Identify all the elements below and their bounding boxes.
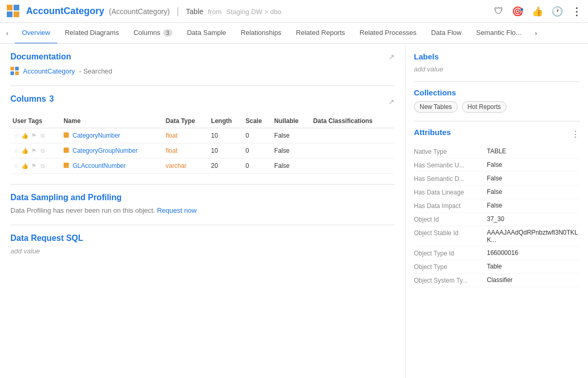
row-icon-thumb[interactable]: 👍 xyxy=(21,147,29,154)
attr-label: Object Type Id xyxy=(414,249,487,257)
row-icon-star[interactable]: ☆ xyxy=(13,162,20,169)
row-usertags: ☆ 👍 ⚑ ⧉ xyxy=(10,158,62,174)
table-row: ☆ 👍 ⚑ ⧉ CategoryNumber float 10 0 False xyxy=(10,128,395,143)
row-icon-thumb[interactable]: 👍 xyxy=(21,132,29,139)
clock-icon[interactable]: 🕐 xyxy=(552,6,563,17)
medal-icon[interactable]: 🎯 xyxy=(512,6,523,17)
tab-semantic-flow[interactable]: Semantic Flo... xyxy=(469,23,529,44)
labels-title: Labels xyxy=(414,52,580,61)
left-panel: Documentation ↗ AccountCategory - Search… xyxy=(0,44,406,378)
collections-section: Collections New TablesHot Reports xyxy=(414,88,580,113)
attr-value: False xyxy=(487,202,580,209)
divider-3 xyxy=(10,225,395,225)
row-length: 20 xyxy=(209,158,243,174)
documentation-title: Documentation xyxy=(10,52,71,62)
row-icon-thumb[interactable]: 👍 xyxy=(21,162,29,169)
row-icon-warn[interactable]: ⚑ xyxy=(30,132,38,139)
labels-add-value[interactable]: add value xyxy=(414,65,443,73)
profiling-text: Data Profiling has never been run on thi… xyxy=(10,206,395,214)
divider-2 xyxy=(10,184,395,185)
tab-related-processes[interactable]: Related Processes xyxy=(352,23,424,44)
tab-related-diagrams[interactable]: Related Diagrams xyxy=(57,23,126,44)
columns-section: Columns 3 ↗ User Tags Name Data Type Len… xyxy=(10,94,395,174)
row-usertags: ☆ 👍 ⚑ ⧉ xyxy=(10,143,62,158)
app-icon xyxy=(6,4,21,19)
attribute-row: Object Type Id 166000016 xyxy=(414,247,580,260)
attr-value: False xyxy=(487,175,580,182)
table-icon xyxy=(10,67,19,75)
row-icon-copy[interactable]: ⧉ xyxy=(39,132,46,139)
tab-related-reports[interactable]: Related Reports xyxy=(289,23,352,44)
header-path: Staging DW > dbo xyxy=(226,8,281,16)
col-type-marker xyxy=(64,132,69,138)
request-now-link[interactable]: Request now xyxy=(157,206,197,214)
row-nullable: False xyxy=(272,128,311,143)
row-name: CategoryNumber xyxy=(62,128,164,143)
attribute-row: Object System Ty... Classifier xyxy=(414,274,580,287)
right-divider-1 xyxy=(414,81,580,82)
labels-section: Labels add value xyxy=(414,52,580,73)
documentation-expand-icon[interactable]: ↗ xyxy=(388,53,395,61)
attr-value: Classifier xyxy=(487,276,580,284)
col-header-scale: Scale xyxy=(243,114,272,128)
row-icon-star[interactable]: ☆ xyxy=(13,147,20,154)
col-type-marker xyxy=(64,163,69,168)
tab-overview[interactable]: Overview xyxy=(15,23,57,44)
attributes-more-icon[interactable]: ⋮ xyxy=(571,129,580,139)
header-icons: 🛡 🎯 👍 🕐 ⋮ xyxy=(494,5,582,18)
attribute-row: Object Id 37_30 xyxy=(414,213,580,226)
attr-value: AAAAJAAdQdRPnbztwfl3N0TKLK... xyxy=(487,229,580,243)
sql-title: Data Request SQL xyxy=(10,234,395,243)
tab-relationships[interactable]: Relationships xyxy=(234,23,289,44)
attribute-row: Object Type Table xyxy=(414,260,580,274)
tab-columns[interactable]: Columns 3 xyxy=(126,23,179,44)
attribute-row: Has Data Lineage False xyxy=(414,186,580,199)
attr-label: Object System Ty... xyxy=(414,276,487,284)
thumbs-up-icon[interactable]: 👍 xyxy=(532,6,543,17)
attr-label: Object Type xyxy=(414,263,487,271)
row-usertags: ☆ 👍 ⚑ ⧉ xyxy=(10,128,62,143)
attribute-row: Has Semantic D... False xyxy=(414,172,580,186)
tab-prev-button[interactable]: ‹ xyxy=(0,23,15,44)
row-icon-warn[interactable]: ⚑ xyxy=(30,162,38,169)
more-vert-icon[interactable]: ⋮ xyxy=(571,5,582,18)
entity-name[interactable]: AccountCategory xyxy=(26,6,104,16)
row-icon-star[interactable]: ☆ xyxy=(13,132,20,139)
right-panel: Labels add value Collections New TablesH… xyxy=(406,44,588,378)
attr-value: Table xyxy=(487,263,580,270)
table-row: ☆ 👍 ⚑ ⧉ CategoryGroupNumber float 10 0 F… xyxy=(10,143,395,158)
collection-tags: New TablesHot Reports xyxy=(414,101,580,113)
tab-data-flow[interactable]: Data Flow xyxy=(424,23,469,44)
attr-label: Object Id xyxy=(414,215,487,223)
columns-expand-icon[interactable]: ↗ xyxy=(388,97,395,106)
columns-header-row: Columns 3 ↗ xyxy=(10,94,395,109)
tab-data-sample[interactable]: Data Sample xyxy=(180,23,234,44)
shield-icon[interactable]: 🛡 xyxy=(494,6,504,17)
entity-parenthetical: (AccountCategory) xyxy=(109,7,170,16)
attr-label: Native Type xyxy=(414,148,487,155)
col-name-link[interactable]: CategoryNumber xyxy=(72,132,120,139)
row-icon-copy[interactable]: ⧉ xyxy=(39,147,46,154)
table-row: ☆ 👍 ⚑ ⧉ GLAccountNumber varchar 20 0 Fal… xyxy=(10,158,395,174)
row-nullable: False xyxy=(272,158,311,174)
svg-rect-3 xyxy=(14,11,19,17)
svg-rect-7 xyxy=(15,71,19,75)
row-name: CategoryGroupNumber xyxy=(62,143,164,158)
attributes-table: Native Type TABLE Has Semantic U... Fals… xyxy=(414,145,580,287)
row-icon-copy[interactable]: ⧉ xyxy=(39,162,46,169)
sql-section: Data Request SQL add value xyxy=(10,234,395,255)
collection-tag[interactable]: New Tables xyxy=(414,101,458,113)
col-header-usertags: User Tags xyxy=(10,114,62,128)
sql-add-value[interactable]: add value xyxy=(10,247,40,255)
collection-tag[interactable]: Hot Reports xyxy=(462,101,507,113)
col-name-link[interactable]: GLAccountNumber xyxy=(72,162,126,169)
columns-title: Columns xyxy=(10,94,46,104)
row-icon-warn[interactable]: ⚑ xyxy=(30,147,38,154)
collections-title: Collections xyxy=(414,88,580,97)
col-name-link[interactable]: CategoryGroupNumber xyxy=(72,147,138,154)
columns-count: 3 xyxy=(49,94,54,104)
header-type: Table xyxy=(186,7,203,16)
attributes-section: Attributes ⋮ Native Type TABLE Has Seman… xyxy=(414,128,580,287)
attr-value: 37_30 xyxy=(487,215,580,223)
tab-next-button[interactable]: › xyxy=(529,23,543,44)
